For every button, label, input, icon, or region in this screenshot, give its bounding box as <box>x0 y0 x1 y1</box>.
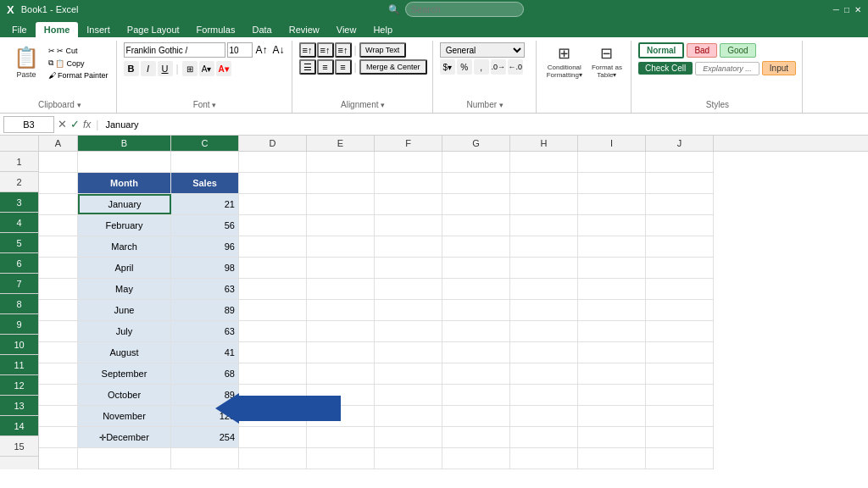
cell-c14[interactable]: 254 <box>171 427 239 447</box>
cell-e6[interactable] <box>307 258 375 278</box>
cell-f1[interactable] <box>375 152 442 172</box>
cell-b3[interactable]: January <box>78 194 171 214</box>
increase-font-button[interactable]: A↑ <box>254 44 270 56</box>
cell-a11[interactable] <box>39 363 78 384</box>
cell-f11[interactable] <box>375 363 442 384</box>
cell-h11[interactable] <box>510 363 578 384</box>
row-header-14[interactable]: 14 <box>0 416 38 436</box>
align-top-center-button[interactable]: ≡↑ <box>317 42 334 58</box>
cell-f4[interactable] <box>375 215 442 236</box>
cell-b2-month[interactable]: Month <box>78 173 171 193</box>
cell-g11[interactable] <box>442 363 510 384</box>
row-header-12[interactable]: 12 <box>0 375 38 396</box>
cell-a7[interactable] <box>39 279 78 299</box>
cell-f7[interactable] <box>375 279 442 299</box>
tab-insert[interactable]: Insert <box>78 22 119 37</box>
cell-i2[interactable] <box>578 173 646 193</box>
cell-f2[interactable] <box>375 173 442 193</box>
style-bad[interactable]: Bad <box>687 43 717 58</box>
cell-h12[interactable] <box>510 385 578 405</box>
col-header-f[interactable]: F <box>375 136 442 151</box>
cell-b14[interactable]: ✛ December <box>78 427 171 447</box>
row-header-6[interactable]: 6 <box>0 253 38 274</box>
cell-e9[interactable] <box>307 321 375 341</box>
cell-g13[interactable] <box>442 406 510 426</box>
col-header-g[interactable]: G <box>442 136 510 151</box>
cell-e8[interactable] <box>307 300 375 320</box>
maximize-icon[interactable]: □ <box>844 5 849 14</box>
cell-b10[interactable]: August <box>78 342 171 363</box>
cell-e2[interactable] <box>307 173 375 193</box>
cell-j2[interactable] <box>646 173 714 193</box>
col-header-d[interactable]: D <box>239 136 307 151</box>
accounting-button[interactable]: $▾ <box>440 59 455 75</box>
row-header-1[interactable]: 1 <box>0 152 38 172</box>
row-header-7[interactable]: 7 <box>0 274 38 294</box>
cell-b8[interactable]: June <box>78 300 171 320</box>
cell-c4[interactable]: 56 <box>171 215 239 236</box>
cell-c7[interactable]: 63 <box>171 279 239 299</box>
cell-i13[interactable] <box>578 406 646 426</box>
tab-home[interactable]: Home <box>36 22 79 37</box>
style-good[interactable]: Good <box>720 43 755 58</box>
row-header-5[interactable]: 5 <box>0 233 38 253</box>
decrease-decimal-button[interactable]: ←.0 <box>508 59 523 75</box>
cell-c15[interactable] <box>171 448 239 469</box>
style-input[interactable]: Input <box>762 61 796 75</box>
cell-c13[interactable]: 123 <box>171 406 239 426</box>
increase-decimal-button[interactable]: .0→ <box>491 59 506 75</box>
cell-d15[interactable] <box>239 448 307 469</box>
cell-b9[interactable]: July <box>78 321 171 341</box>
cell-d12[interactable] <box>239 385 307 405</box>
cell-f13[interactable] <box>375 406 442 426</box>
cell-j7[interactable] <box>646 279 714 299</box>
cell-e13[interactable] <box>307 406 375 426</box>
cell-a1[interactable] <box>39 152 78 172</box>
cell-i12[interactable] <box>578 385 646 405</box>
cell-j6[interactable] <box>646 258 714 278</box>
cell-j3[interactable] <box>646 194 714 214</box>
col-header-b[interactable]: B <box>78 136 171 151</box>
cell-a8[interactable] <box>39 300 78 320</box>
cell-g3[interactable] <box>442 194 510 214</box>
cell-j15[interactable] <box>646 448 714 469</box>
cell-c2-sales[interactable]: Sales <box>171 173 239 193</box>
row-header-3[interactable]: 3 <box>0 192 38 213</box>
style-check-cell[interactable]: Check Cell <box>638 62 693 75</box>
cell-e7[interactable] <box>307 279 375 299</box>
cell-h6[interactable] <box>510 258 578 278</box>
cell-f15[interactable] <box>375 448 442 469</box>
cell-d5[interactable] <box>239 236 307 257</box>
cell-f10[interactable] <box>375 342 442 363</box>
cell-j10[interactable] <box>646 342 714 363</box>
cell-j1[interactable] <box>646 152 714 172</box>
cell-i15[interactable] <box>578 448 646 469</box>
conditional-formatting-button[interactable]: ⊞ ConditionalFormatting▾ <box>543 42 586 80</box>
cell-i9[interactable] <box>578 321 646 341</box>
style-normal[interactable]: Normal <box>638 42 684 58</box>
cell-d9[interactable] <box>239 321 307 341</box>
cell-h8[interactable] <box>510 300 578 320</box>
cell-g12[interactable] <box>442 385 510 405</box>
cell-f14[interactable] <box>375 427 442 447</box>
decrease-font-button[interactable]: A↓ <box>271 44 287 56</box>
cell-j11[interactable] <box>646 363 714 384</box>
cell-h9[interactable] <box>510 321 578 341</box>
cell-a15[interactable] <box>39 448 78 469</box>
cell-d2[interactable] <box>239 173 307 193</box>
cell-a2[interactable] <box>39 173 78 193</box>
cell-j9[interactable] <box>646 321 714 341</box>
cell-j5[interactable] <box>646 236 714 257</box>
cell-i6[interactable] <box>578 258 646 278</box>
cell-i4[interactable] <box>578 215 646 236</box>
cell-i7[interactable] <box>578 279 646 299</box>
formula-cancel-icon[interactable]: ✕ <box>58 118 67 130</box>
italic-button[interactable]: I <box>141 61 156 76</box>
cell-e15[interactable] <box>307 448 375 469</box>
cell-e12[interactable] <box>307 385 375 405</box>
col-header-i[interactable]: I <box>578 136 646 151</box>
cell-b12[interactable]: October <box>78 385 171 405</box>
cell-e5[interactable] <box>307 236 375 257</box>
cell-e1[interactable] <box>307 152 375 172</box>
style-explanatory[interactable]: Explanatory ... <box>695 62 760 75</box>
